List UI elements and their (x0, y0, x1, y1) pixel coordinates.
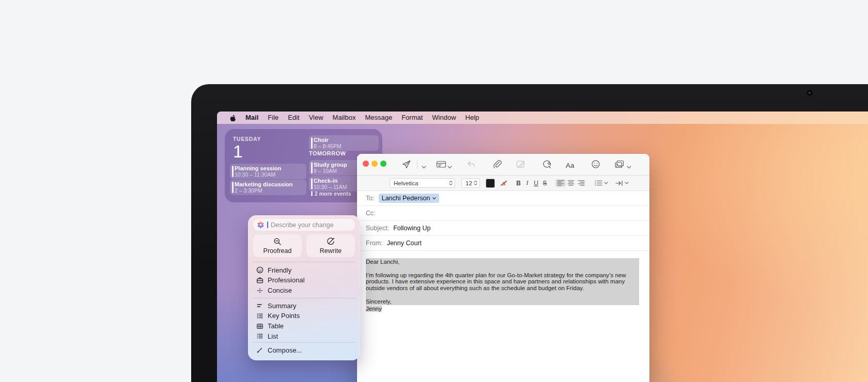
italic-button[interactable]: I (523, 179, 532, 187)
menu-item-concise[interactable]: Concise (248, 285, 360, 296)
chevron-down-icon[interactable] (447, 162, 452, 172)
font-size-select[interactable]: 12 (461, 178, 480, 188)
widget-more-events[interactable]: 2 more events (311, 190, 351, 197)
from-field-row[interactable]: From: Jenny Court (357, 236, 649, 251)
event-time: 8 – 8:45PM (314, 143, 376, 149)
cc-label: Cc: (366, 210, 376, 217)
describe-change-input[interactable]: Describe your change (253, 219, 355, 231)
subject-field-row[interactable]: Subject: Following Up (357, 221, 649, 236)
reply-icon (467, 159, 476, 169)
concise-lines-icon (256, 287, 264, 294)
briefcase-icon (256, 277, 264, 284)
item-label: List (268, 332, 278, 340)
attach-icon[interactable] (492, 159, 502, 169)
event-planning-session[interactable]: Planning session 10:30 – 11:30AM (230, 164, 306, 179)
menu-item-key-points[interactable]: Key Points (248, 311, 360, 321)
rewrite-pencil-circle-icon (327, 237, 335, 246)
list-style-button[interactable] (595, 180, 608, 186)
font-family-select[interactable]: Helvetica (390, 178, 455, 188)
menu-item-file[interactable]: File (268, 112, 278, 124)
proofread-label: Proofread (264, 247, 292, 254)
recipient-name: Lanchi Pederson (382, 195, 430, 202)
menu-item-list[interactable]: List (248, 331, 360, 341)
menu-item-edit[interactable]: Edit (288, 112, 299, 124)
menu-item-help[interactable]: Help (466, 112, 479, 124)
bold-button[interactable]: B (514, 180, 523, 187)
format-bar: Helvetica 12 a B I U S (357, 176, 649, 191)
divider (253, 298, 355, 298)
format-text-icon[interactable]: Aa (566, 160, 575, 170)
indent-button[interactable] (615, 180, 629, 186)
background-color-well[interactable]: a (500, 179, 508, 187)
item-label: Friendly (268, 266, 291, 274)
body-paragraph: I’m following up regarding the 4th quart… (366, 272, 639, 292)
align-center-button[interactable] (566, 179, 576, 187)
emoji-icon[interactable] (591, 159, 600, 169)
minimize-button[interactable] (371, 161, 378, 167)
send-icon[interactable] (401, 159, 411, 169)
item-label: Table (268, 322, 284, 330)
subject-value: Following Up (393, 225, 430, 232)
summary-lines-icon (256, 302, 264, 309)
magnifier-icon (273, 237, 282, 246)
camera-dot (807, 90, 812, 95)
cc-field-row[interactable]: Cc: (357, 206, 649, 221)
zoom-button[interactable] (380, 161, 386, 167)
body-signature-line: Jenny (366, 306, 382, 312)
body-greeting: Dear Lanchi, (366, 259, 639, 265)
align-right-button[interactable] (576, 179, 586, 187)
to-label: To: (366, 195, 375, 202)
item-label: Professional (268, 276, 305, 284)
item-label: Concise (268, 286, 292, 294)
ai-compose-icon[interactable] (541, 159, 552, 169)
apple-logo-icon[interactable] (229, 114, 236, 122)
menu-item-compose[interactable]: Compose... (248, 345, 360, 356)
menu-item-message[interactable]: Message (365, 112, 392, 124)
selected-text-block: Dear Lanchi, I’m following up regarding … (366, 258, 639, 305)
item-label: Summary (268, 302, 297, 310)
recipient-pill[interactable]: Lanchi Pederson (379, 194, 439, 203)
rewrite-button[interactable]: Rewrite (306, 234, 355, 257)
pencil-line-icon (256, 346, 264, 354)
menu-bar: Mail File Edit View Mailbox Message Form… (217, 112, 868, 124)
underline-button[interactable]: U (532, 180, 540, 187)
divider (253, 342, 355, 343)
align-left-button[interactable] (555, 179, 566, 187)
header-fields-icon[interactable] (436, 159, 446, 169)
font-size-value: 12 (466, 180, 472, 186)
menu-item-summary[interactable]: Summary (248, 301, 360, 311)
widget-day-number: 1 (233, 142, 243, 160)
item-label: Key Points (268, 312, 300, 320)
proofread-button[interactable]: Proofread (253, 234, 302, 257)
table-grid-icon (256, 323, 264, 330)
photos-icon[interactable] (614, 159, 625, 169)
close-button[interactable] (363, 161, 369, 167)
rewrite-label: Rewrite (320, 247, 342, 254)
writing-tools-popup: Describe your change Proofread Rewrite F… (248, 215, 360, 360)
menu-item-view[interactable]: View (309, 112, 323, 124)
window-toolbar: Aa (357, 154, 649, 176)
menu-item-mail[interactable]: Mail (245, 112, 258, 124)
menu-item-mailbox[interactable]: Mailbox (333, 112, 356, 124)
to-field-row[interactable]: To: Lanchi Pederson (357, 191, 649, 206)
text-color-well[interactable] (486, 179, 495, 188)
menu-item-professional[interactable]: Professional (248, 275, 360, 285)
apple-intelligence-icon (257, 221, 265, 229)
menu-item-window[interactable]: Window (432, 112, 456, 124)
event-time: 10:30 – 11:30AM (235, 171, 303, 178)
event-time: 2 – 3:30PM (235, 187, 303, 194)
event-title: Planning session (235, 165, 303, 171)
smiley-icon (256, 266, 264, 274)
event-choir[interactable]: Choir 8 – 8:45PM (309, 135, 379, 151)
body-closing: Sincerely, (366, 298, 639, 305)
markup-icon (516, 159, 526, 169)
item-label: Compose... (268, 346, 302, 354)
menu-item-friendly[interactable]: Friendly (248, 265, 360, 276)
menu-item-table[interactable]: Table (248, 321, 360, 331)
event-marketing-discussion[interactable]: Marketing discussion 2 – 3:30PM (230, 180, 306, 195)
strikethrough-button[interactable]: S (540, 180, 549, 187)
from-label: From: (366, 240, 383, 247)
chevron-down-icon[interactable] (422, 162, 426, 172)
chevron-down-icon[interactable] (627, 162, 631, 172)
menu-item-format[interactable]: Format (401, 112, 423, 124)
